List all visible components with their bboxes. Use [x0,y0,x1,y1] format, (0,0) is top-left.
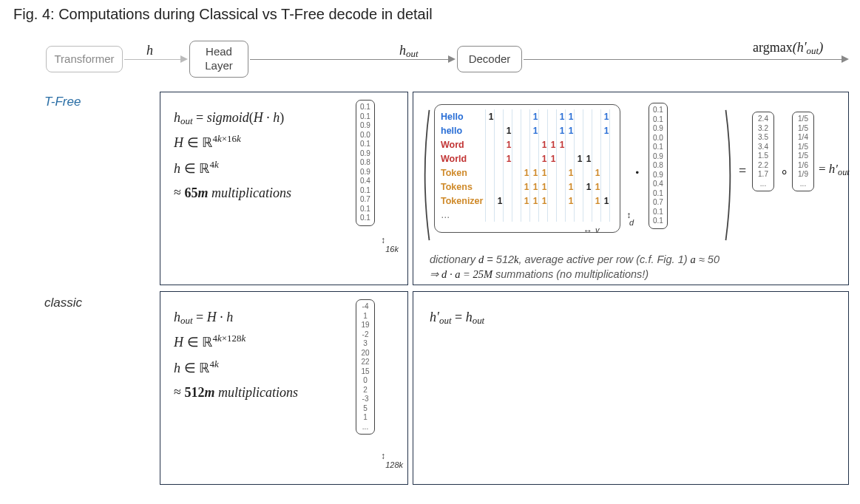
classic-eq-hout: hout = H · h [174,305,298,330]
node-transformer: Transformer [46,46,123,72]
arrow-argmax-head [842,55,849,63]
op-dot: · [635,163,640,182]
arrow-h-head [180,55,188,63]
node-head-layer-label: HeadLayer [205,45,233,73]
tfree-head-panel: hout = sigmoid(H · h) H ∈ ℝ4k×16k h ∈ ℝ4… [160,92,408,285]
row-label-tfree: T-Free [44,95,81,109]
tfree-eq-H: H ∈ ℝ4k×16k [174,130,291,155]
classic-head-panel: hout = H · h H ∈ ℝ4k×128k h ∈ ℝ4k ≈ 512m… [160,291,408,485]
tfree-eq-mult: ≈ 65m multiplications [174,181,291,205]
arrow-argmax-label: argmax(h′out) [753,35,823,60]
tfree-norm-vector: 1/51/51/41/51/51/61/9... [792,112,814,191]
tfree-note-line2: ⇒ d · a = 25M summations (no multiplicat… [430,268,649,281]
tfree-decoder-panel: Hello11111hello11111Word1111World11111To… [413,92,849,285]
classic-decoder-panel: h′out = hout [413,291,849,485]
classic-decoder-eq: h′out = hout [430,305,484,330]
arrow-hout-line [250,59,448,60]
tfree-vec-arrow: ↕ [381,237,385,243]
token-matrix: Hello11111hello11111Word1111World11111To… [434,104,620,233]
node-decoder-label: Decoder [469,52,511,67]
tfree-eq-hout: hout = sigmoid(H · h) [174,106,291,130]
row-label-classic: classic [44,296,82,310]
classic-eq-h: h ∈ ℝ4k [174,355,298,381]
matrix-v-label: v [595,225,600,234]
matrix-v-arrow: ↔ [583,225,592,236]
tfree-eq-h: h ∈ ℝ4k [174,156,291,181]
arrow-hout-head [448,55,456,63]
tfree-result-vector: 2.43.23.53.41.52.21.7... [752,112,774,191]
node-head-layer: HeadLayer [189,41,248,78]
tfree-head-eqs: hout = sigmoid(H · h) H ∈ ℝ4k×16k h ∈ ℝ4… [174,106,291,205]
matrix-d-label: d [629,218,634,227]
node-transformer-label: Transformer [54,52,114,67]
figure-canvas: Fig. 4: Computations during Classical vs… [0,0,860,504]
arrow-hout-label: hout [399,38,419,63]
classic-vec-size: 128k [385,460,403,469]
tfree-vec-size: 16k [385,245,399,253]
arrow-h-label: h [146,38,153,63]
tfree-hout-vector: 0.10.10.90.00.10.90.80.90.40.10.70.10.1 [356,100,375,226]
node-decoder: Decoder [457,46,522,72]
classic-head-eqs: hout = H · h H ∈ ℝ4k×128k h ∈ ℝ4k ≈ 512m… [174,305,298,405]
tfree-mult-vector: 0.10.10.90.00.10.90.80.90.40.10.70.10.1 [649,103,668,229]
tfree-rhs-label: = h′out [819,157,850,181]
op-circ: ∘ [780,163,788,180]
classic-vec-arrow: ↕ [381,453,385,459]
tfree-note-line1: dictionary d = 512k, average active per … [430,253,720,266]
classic-eq-mult: ≈ 512m multiplications [174,381,298,405]
classic-eq-H: H ∈ ℝ4k×128k [174,330,298,355]
classic-hout-vector: -4119-2320221502-351... [356,299,375,435]
op-equals-1: = [739,163,746,179]
figure-title: Fig. 4: Computations during Classical vs… [13,6,433,23]
